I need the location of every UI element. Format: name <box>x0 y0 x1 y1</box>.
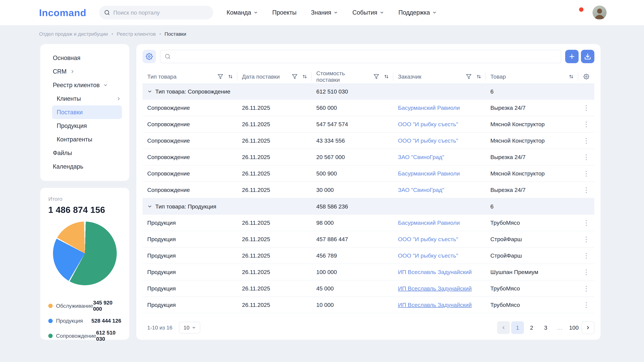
page-button-2[interactable]: 2 <box>525 321 538 334</box>
portal-search-input[interactable] <box>113 9 208 16</box>
sidebar-item-supplies[interactable]: Поставки <box>52 105 122 119</box>
row-menu-icon[interactable]: ⋮ <box>580 169 592 178</box>
customer-link[interactable]: ИП Всеславль Задунайский <box>398 302 472 308</box>
row-menu-icon[interactable]: ⋮ <box>580 235 592 244</box>
table-row[interactable]: Продукция 26.11.2025 98 000 Басурманский… <box>142 215 594 231</box>
sort-icon[interactable] <box>302 74 308 79</box>
gear-icon[interactable] <box>584 74 589 79</box>
nav-item-events[interactable]: События <box>352 9 384 16</box>
prev-page-button[interactable] <box>497 321 510 334</box>
filter-icon[interactable] <box>292 74 298 79</box>
table-row[interactable]: Продукция 26.11.2025 45 000 ИП Всеславль… <box>142 280 594 297</box>
row-menu-icon[interactable]: ⋮ <box>580 186 592 194</box>
export-button[interactable] <box>581 50 594 63</box>
row-menu-icon[interactable]: ⋮ <box>580 103 592 112</box>
row-menu-icon[interactable]: ⋮ <box>580 218 592 227</box>
table-row[interactable]: Сопровождение 26.11.2025 43 334 556 ООО … <box>142 133 594 149</box>
sidebar-item-products[interactable]: Продукция <box>40 119 129 133</box>
row-menu-icon[interactable]: ⋮ <box>580 120 592 129</box>
portal-search[interactable] <box>99 6 213 19</box>
customer-link[interactable]: ЗАО "СвиноГрад" <box>398 154 444 160</box>
breadcrumb-registry[interactable]: Реестр клиентов <box>117 31 156 37</box>
row-menu-icon[interactable]: ⋮ <box>580 153 592 161</box>
sidebar-item-files[interactable]: Файлы <box>40 146 129 160</box>
next-page-button[interactable] <box>582 321 594 334</box>
row-menu-icon[interactable]: ⋮ <box>580 251 592 260</box>
sidebar-item-clients[interactable]: Клиенты <box>40 92 129 105</box>
table-row[interactable]: Сопровождение 26.11.2025 30 000 ЗАО "Сви… <box>142 182 594 198</box>
row-menu-icon[interactable]: ⋮ <box>580 284 592 293</box>
group-row-support[interactable]: Тип товара: Сопровождение 612 510 030 6 <box>142 83 594 100</box>
legend-item: Обслуживание 345 920 000 <box>48 300 121 312</box>
table-settings-button[interactable] <box>142 50 156 63</box>
page-button-3[interactable]: 3 <box>539 321 552 334</box>
page-ellipsis: … <box>554 321 566 334</box>
chevron-down-icon[interactable] <box>147 204 152 209</box>
nav-item-support[interactable]: Поддержка <box>398 9 437 16</box>
table-search-input[interactable] <box>174 53 556 60</box>
table-row[interactable]: Продукция 26.11.2025 457 886 447 ООО "И … <box>142 231 594 248</box>
group-row-products[interactable]: Тип товара: Продукция 458 586 236 6 <box>142 198 594 215</box>
breadcrumb-separator: • <box>160 32 161 36</box>
nav-item-knowledge[interactable]: Знания <box>311 9 338 16</box>
sidebar-item-calendar[interactable]: Календарь <box>40 160 129 173</box>
notifications-button[interactable] <box>574 8 583 17</box>
sidebar-item-crm[interactable]: CRM <box>40 65 129 78</box>
app-logo[interactable]: Incomand <box>39 7 86 18</box>
page-size-select[interactable]: 10 <box>179 322 200 334</box>
sidebar-item-main[interactable]: Основная <box>40 51 129 65</box>
row-menu-icon[interactable]: ⋮ <box>580 136 592 145</box>
table-row[interactable]: Продукция 26.11.2025 100 000 ИП Всеславл… <box>142 264 594 280</box>
customer-link[interactable]: ИП Всеславль Задунайский <box>398 285 472 292</box>
table-search[interactable] <box>160 50 561 63</box>
row-menu-icon[interactable]: ⋮ <box>580 268 592 276</box>
user-avatar[interactable] <box>592 5 606 19</box>
sort-icon[interactable] <box>384 74 389 79</box>
legend-item: Продукция 528 444 126 <box>48 318 121 324</box>
sort-icon[interactable] <box>476 74 482 79</box>
table-row[interactable]: Продукция 26.11.2025 456 789 ООО "И рыбк… <box>142 248 594 264</box>
customer-link[interactable]: ООО "И рыбку съесть" <box>398 137 458 144</box>
totals-value: 1 486 874 156 <box>48 205 121 215</box>
chevron-down-icon <box>334 10 338 15</box>
totals-card: Итого 1 486 874 156 Обслуживание 345 920… <box>40 188 129 340</box>
chevron-right-icon <box>586 325 590 330</box>
sort-icon[interactable] <box>568 74 574 79</box>
sidebar-item-client-registry[interactable]: Реестр клиентов <box>40 78 129 92</box>
filter-icon[interactable] <box>374 74 379 79</box>
add-record-button[interactable] <box>565 50 578 63</box>
customer-link[interactable]: ООО "И рыбку съесть" <box>398 121 458 127</box>
table-row[interactable]: Продукция 26.11.2025 10 000 ИП Всеславль… <box>142 297 594 313</box>
page-button-100[interactable]: 100 <box>568 321 580 334</box>
breadcrumb-department[interactable]: Отдел продаж и дистрибуции <box>39 31 108 37</box>
table-row[interactable]: Сопровождение 26.11.2025 500 900 Басурма… <box>142 165 594 182</box>
legend-swatch-service <box>48 304 53 308</box>
filter-icon[interactable] <box>466 74 472 79</box>
customer-link[interactable]: Басурманский Равиоли <box>398 220 460 226</box>
supplies-panel: Тип товара Дата поставки Стоимость поста… <box>136 44 600 340</box>
nav-item-team[interactable]: Команда <box>226 9 258 16</box>
table-row[interactable]: Сопровождение 26.11.2025 547 547 574 ООО… <box>142 116 594 133</box>
page-button-1[interactable]: 1 <box>511 321 524 334</box>
customer-link[interactable]: ООО "И рыбку съесть" <box>398 236 458 242</box>
search-icon <box>104 9 110 16</box>
gear-icon <box>146 53 153 60</box>
customer-link[interactable]: ООО "И рыбку съесть" <box>398 252 458 259</box>
sort-icon[interactable] <box>228 74 233 79</box>
row-menu-icon[interactable]: ⋮ <box>580 301 592 309</box>
customer-link[interactable]: ЗАО "СвиноГрад" <box>398 187 444 193</box>
group-sum: 458 586 236 <box>312 203 393 210</box>
chevron-down-icon <box>432 10 437 15</box>
chevron-down-icon <box>192 326 196 330</box>
customer-link[interactable]: Басурманский Равиоли <box>398 105 460 111</box>
filter-icon[interactable] <box>218 74 223 79</box>
table-row[interactable]: Сопровождение 26.11.2025 560 000 Басурма… <box>142 100 594 116</box>
chevron-down-icon[interactable] <box>147 89 152 94</box>
notification-badge <box>579 7 584 12</box>
nav-item-projects[interactable]: Проекты <box>272 9 296 16</box>
customer-link[interactable]: Басурманский Равиоли <box>398 170 460 177</box>
breadcrumb-separator: • <box>112 32 113 36</box>
customer-link[interactable]: ИП Всеславль Задунайский <box>398 269 472 275</box>
table-row[interactable]: Сопровождение 26.11.2025 20 567 000 ЗАО … <box>142 149 594 165</box>
sidebar-item-counterparties[interactable]: Контрагенты <box>40 133 129 146</box>
